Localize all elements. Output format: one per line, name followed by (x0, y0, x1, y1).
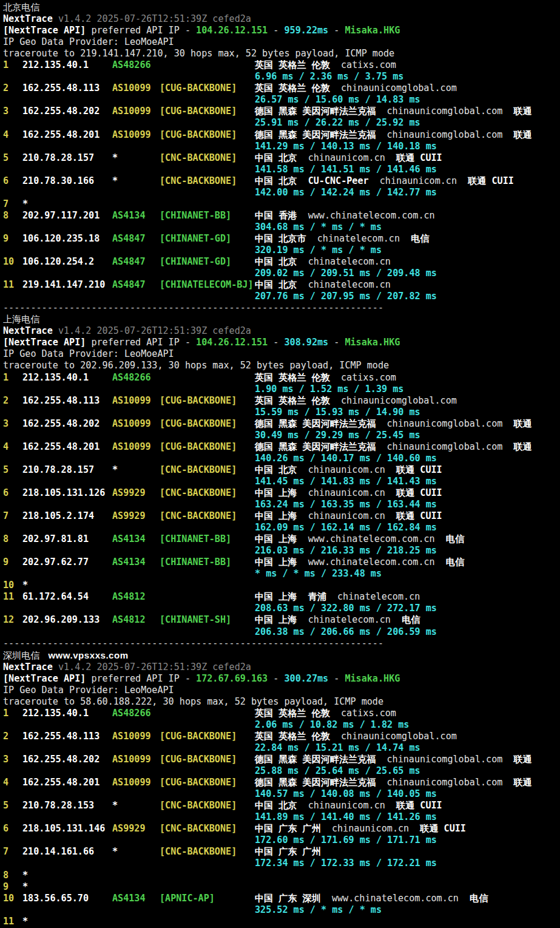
dash-separator: - (328, 337, 345, 348)
hop-latency: 304.68 ms / * ms / * ms (255, 222, 382, 232)
dash-separator: - (328, 25, 345, 36)
hop-network-tag: [CNC-BACKBONE] (160, 823, 255, 835)
hop-asn: AS10099 (112, 441, 160, 453)
hop-ip: 218.105.131.146 (22, 823, 112, 835)
hop-network-tag: [CNC-BACKBONE] (160, 487, 255, 499)
hop-network-tag: [CNC-BACKBONE] (160, 152, 255, 164)
hop-location: 中国 北京 (255, 256, 297, 267)
hop-row: 7* (3, 198, 560, 210)
api-ip: 104.26.12.151 (196, 25, 268, 36)
hop-carrier: 联通 (502, 754, 531, 765)
hop-latency-row: * ms / * ms / 233.48 ms (3, 568, 560, 580)
hop-carrier: 电信 (400, 233, 429, 244)
hop-list: 1212.135.40.1AS48266英国 英格兰 伦敦 catixs.com… (3, 372, 560, 638)
hop-ip: 202.97.62.77 (22, 557, 112, 568)
api-ip: 172.67.69.163 (196, 673, 268, 684)
hop-number: 6 (3, 823, 22, 835)
hop-hostname: catixs.com (330, 59, 396, 70)
hop-location: 中国 上海 (255, 614, 297, 625)
hop-row: 5210.78.28.157*[CNC-BACKBONE]中国 北京 china… (3, 464, 560, 476)
hop-row: 12202.96.209.133AS4812[CHINANET-SH]中国 上海… (3, 614, 560, 626)
section-title: 深圳电信www.vpsxxs.com (3, 649, 560, 662)
hop-latency: 141.45 ms / 141.83 ms / 141.43 ms (255, 476, 437, 487)
hop-hostname: chinaunicomglobal.com (376, 754, 502, 765)
hop-geo: 中国 北京 chinatelecom.cn (255, 256, 391, 268)
hop-latency-row: 209.02 ms / 209.51 ms / 209.48 ms (3, 268, 560, 279)
hop-asn: AS10099 (112, 777, 160, 788)
hop-latency: 172.34 ms / 172.33 ms / 172.21 ms (255, 858, 437, 869)
hop-asn: AS48266 (112, 372, 160, 384)
hop-asn: AS4847 (112, 256, 160, 268)
hop-geo: 中国 香港 www.chinatelecom.com.cn (255, 210, 435, 222)
hop-number: 11 (3, 916, 22, 927)
hop-row: 2162.255.48.113AS10099[CUG-BACKBONE]英国 英… (3, 83, 560, 94)
hop-latency: 162.09 ms / 162.14 ms / 162.84 ms (255, 522, 437, 533)
hop-latency: 2.06 ms / 10.82 ms / 1.82 ms (255, 719, 409, 730)
hop-latency: 209.02 ms / 209.51 ms / 209.48 ms (255, 268, 437, 279)
hop-row: 4162.255.48.201AS10099[CUG-BACKBONE]德国 黑… (3, 777, 560, 788)
nexttrace-brand: NextTrace (3, 325, 53, 336)
hop-number: 10 (3, 893, 22, 904)
api-latency: 959.22ms (284, 25, 328, 36)
api-line: [NextTrace API] preferred API IP - 104.2… (3, 337, 560, 348)
hop-carrier: 电信 (435, 557, 464, 567)
hop-geo: 中国 上海 www.chinatelecom.com.cn 电信 (255, 557, 464, 568)
hop-latency: 1.90 ms / 1.52 ms / 1.39 ms (255, 384, 403, 395)
nexttrace-version: v1.4.2 2025-07-26T12:51:39Z cefed2a (53, 13, 251, 24)
hop-latency-row: 1.90 ms / 1.52 ms / 1.39 ms (3, 384, 560, 395)
hop-latency-row: 325.52 ms / * ms / * ms (3, 904, 560, 916)
api-line: [NextTrace API] preferred API IP - 104.2… (3, 25, 560, 36)
hop-timeout-star: * (22, 881, 28, 893)
hop-hostname: chinaunicom.cn (297, 464, 385, 475)
hop-location: 中国 北京 (255, 800, 297, 811)
hop-number: 3 (3, 418, 22, 430)
hop-asn: AS9929 (112, 823, 160, 835)
trace-section-shanghai: 上海电信 NextTrace v1.4.2 2025-07-26T12:51:3… (3, 314, 560, 637)
hop-asn: AS48266 (112, 708, 160, 719)
terminal-output: 北京电信 NextTrace v1.4.2 2025-07-26T12:51:3… (0, 0, 560, 928)
section-separator: ----------------------------------------… (3, 638, 560, 649)
hop-row: 3162.255.48.202AS10099[CUG-BACKBONE]德国 黑… (3, 106, 560, 117)
hop-latency-row: 216.03 ms / 216.33 ms / 218.25 ms (3, 545, 560, 557)
hop-hostname: chinaunicomglobal.com (376, 129, 502, 140)
hop-location: 中国 上海 (255, 533, 297, 544)
traceroute-line: traceroute to 58.60.188.222, 30 hops max… (3, 696, 560, 708)
hop-number: 8 (3, 870, 22, 881)
hop-number: 2 (3, 731, 22, 742)
hop-carrier: 电信 (459, 893, 488, 904)
hop-ip: 210.78.28.157 (22, 152, 112, 164)
hop-latency: 320.19 ms / * ms / * ms (255, 245, 382, 256)
isp-name: 深圳电信 (3, 650, 39, 661)
nexttrace-version: v1.4.2 2025-07-26T12:51:39Z cefed2a (53, 662, 251, 672)
hop-hostname: chinaunicom.cn (321, 823, 409, 834)
hop-number: 5 (3, 152, 22, 164)
geo-provider-line: IP Geo Data Provider: LeoMoeAPI (3, 36, 560, 48)
hop-ip: 162.255.48.201 (22, 777, 112, 788)
hop-network-tag (160, 59, 255, 71)
hop-list: 1212.135.40.1AS48266英国 英格兰 伦敦 catixs.com… (3, 708, 560, 928)
hop-latency: 206.38 ms / 206.66 ms / 206.59 ms (255, 626, 437, 637)
hop-location: 英国 英格兰 伦敦 (255, 59, 330, 70)
hop-asn: AS4134 (112, 557, 160, 568)
hop-ip: 210.78.30.166 (22, 175, 112, 187)
hop-hostname: chinaunicomglobal.com (376, 777, 502, 788)
hop-row: 1161.172.64.54AS4812中国 上海 青浦 chinateleco… (3, 591, 560, 603)
hop-location: 中国 北京 (255, 464, 297, 475)
api-latency: 308.92ms (284, 337, 328, 348)
hop-network-tag (160, 372, 255, 384)
geo-provider-line: IP Geo Data Provider: LeoMoeAPI (3, 685, 560, 696)
hop-number: 8 (3, 533, 22, 545)
hop-hostname: chinaunicom.cn (297, 487, 385, 498)
hop-ip: 162.255.48.202 (22, 754, 112, 765)
hop-latency: 140.26 ms / 140.17 ms / 140.60 ms (255, 453, 437, 464)
hop-row: 10106.120.254.2AS4847[CHINANET-GD]中国 北京 … (3, 256, 560, 268)
nexttrace-version-line: NextTrace v1.4.2 2025-07-26T12:51:39Z ce… (3, 325, 560, 337)
hop-hostname: chinatelecom.cn (297, 256, 390, 267)
hop-row: 3162.255.48.202AS10099[CUG-BACKBONE]德国 黑… (3, 754, 560, 765)
hop-latency-row: 172.34 ms / 172.33 ms / 172.21 ms (3, 858, 560, 869)
hop-ip: 212.135.40.1 (22, 59, 112, 71)
hop-network-tag: [CHINANET-BB] (160, 557, 255, 568)
api-label: [NextTrace API] (3, 337, 86, 348)
hop-ip: 202.97.117.201 (22, 210, 112, 222)
hop-ip: 210.78.28.153 (22, 800, 112, 811)
